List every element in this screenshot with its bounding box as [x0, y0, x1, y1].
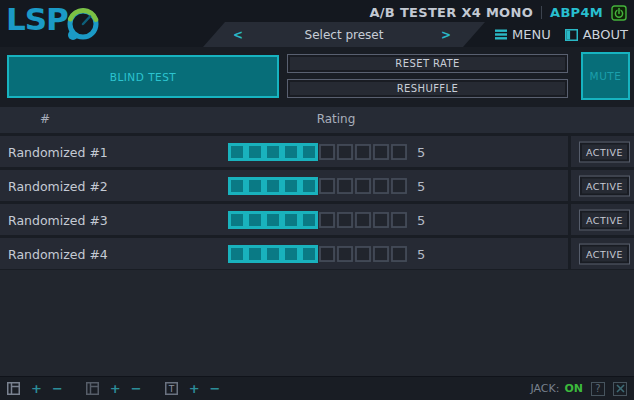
rating-segment[interactable] — [228, 211, 246, 229]
rating-segment[interactable] — [319, 246, 335, 262]
rating-value: 5 — [417, 246, 425, 261]
font-down-button[interactable]: − — [207, 381, 224, 396]
rating-segment[interactable] — [282, 143, 300, 161]
rating-segment[interactable] — [391, 212, 407, 228]
table-row: Randomized #3 5 ACTIVE — [0, 204, 634, 235]
rating-bar[interactable] — [228, 245, 408, 263]
active-button[interactable]: ACTIVE — [579, 141, 630, 162]
menu-label: MENU — [512, 27, 551, 42]
rating-segment[interactable] — [319, 212, 335, 228]
rating-segment[interactable] — [300, 177, 318, 195]
active-button[interactable]: ACTIVE — [579, 209, 630, 230]
rating-segment[interactable] — [300, 143, 318, 161]
table-row: Randomized #1 5 ACTIVE — [0, 136, 634, 167]
rating-segment[interactable] — [373, 212, 389, 228]
about-icon — [565, 29, 578, 41]
column-divider — [568, 136, 571, 167]
font-scale-control: T + − — [165, 381, 224, 396]
rating-bar[interactable] — [228, 211, 408, 229]
rating-segment[interactable] — [246, 245, 264, 263]
preset-prev-button[interactable]: < — [233, 28, 243, 42]
mute-button[interactable]: MUTE — [581, 52, 630, 100]
rating-segment[interactable] — [337, 246, 353, 262]
preset-next-button[interactable]: > — [441, 28, 451, 42]
rating-segment[interactable] — [355, 246, 371, 262]
jack-label: JACK: — [530, 382, 559, 395]
active-button[interactable]: ACTIVE — [579, 175, 630, 196]
top-bar: LSP A/B TESTER X4 MONO ABP4M < Select pr… — [0, 0, 634, 47]
window-zoom-control: + − — [86, 381, 145, 396]
rating-segment[interactable] — [391, 144, 407, 160]
reset-rate-button[interactable]: RESET RATE — [287, 54, 568, 73]
help-button[interactable]: ? — [591, 382, 605, 396]
statusbar-right: JACK: ON ? — [530, 382, 627, 396]
active-button[interactable]: ACTIVE — [579, 243, 630, 264]
rating-segment[interactable] — [337, 178, 353, 194]
rating-value: 5 — [417, 178, 425, 193]
rating-segment[interactable] — [391, 246, 407, 262]
blind-test-button[interactable]: BLIND TEST — [7, 55, 279, 98]
rating-bar[interactable] — [228, 143, 408, 161]
table-row: Randomized #2 5 ACTIVE — [0, 170, 634, 201]
scale-down-button[interactable]: − — [49, 381, 66, 396]
menu-about-bar: MENU ABOUT — [495, 22, 628, 47]
rating-segment[interactable] — [355, 178, 371, 194]
table-row: Randomized #4 5 ACTIVE — [0, 238, 634, 269]
preset-selector: < Select preset > — [203, 22, 485, 47]
title-separator — [541, 6, 542, 19]
rating-segment[interactable] — [319, 178, 335, 194]
plugin-title: A/B TESTER X4 MONO — [369, 5, 533, 20]
hamburger-icon — [495, 29, 507, 40]
reshuffle-button[interactable]: RESHUFFLE — [287, 79, 568, 98]
menu-button[interactable]: MENU — [495, 27, 551, 42]
rating-segment[interactable] — [373, 178, 389, 194]
rating-segment[interactable] — [264, 177, 282, 195]
rating-segment[interactable] — [246, 177, 264, 195]
plugin-window: LSP A/B TESTER X4 MONO ABP4M < Select pr… — [0, 0, 634, 400]
table-header: # Rating — [0, 107, 634, 133]
status-bar: + − + − T + − JA — [0, 376, 634, 400]
rating-segment[interactable] — [246, 211, 264, 229]
font-up-button[interactable]: + — [186, 381, 203, 396]
rating-segment[interactable] — [300, 245, 318, 263]
zoom-out-button[interactable]: − — [128, 381, 145, 396]
column-header-index: # — [40, 112, 50, 126]
window-scale-icon — [7, 382, 20, 395]
about-button[interactable]: ABOUT — [565, 27, 628, 42]
rating-segment[interactable] — [355, 144, 371, 160]
rating-segment[interactable] — [337, 144, 353, 160]
rating-segment[interactable] — [228, 143, 246, 161]
rating-segment[interactable] — [228, 245, 246, 263]
instance-label: Randomized #3 — [8, 212, 108, 227]
rating-segment[interactable] — [264, 143, 282, 161]
rating-segment[interactable] — [373, 144, 389, 160]
rating-segment[interactable] — [282, 177, 300, 195]
rating-segment[interactable] — [228, 177, 246, 195]
window-scale-control: + − — [7, 381, 66, 396]
rating-segment[interactable] — [246, 143, 264, 161]
column-header-rating: Rating — [300, 112, 372, 126]
rating-segment[interactable] — [264, 245, 282, 263]
font-scale-icon: T — [165, 382, 178, 395]
scale-up-button[interactable]: + — [28, 381, 45, 396]
rating-value: 5 — [417, 144, 425, 159]
rating-bar[interactable] — [228, 177, 408, 195]
resize-icon[interactable] — [613, 382, 627, 396]
title-line: A/B TESTER X4 MONO ABP4M — [369, 4, 627, 21]
plugin-id: ABP4M — [550, 5, 603, 20]
svg-text:T: T — [167, 384, 174, 394]
zoom-in-button[interactable]: + — [107, 381, 124, 396]
rating-segment[interactable] — [282, 245, 300, 263]
rating-segment[interactable] — [282, 211, 300, 229]
rating-segment[interactable] — [391, 178, 407, 194]
lsp-logo: LSP — [6, 1, 68, 37]
rating-segment[interactable] — [337, 212, 353, 228]
rating-segment[interactable] — [264, 211, 282, 229]
gauge-icon — [61, 3, 103, 45]
rating-segment[interactable] — [319, 144, 335, 160]
rating-segment[interactable] — [373, 246, 389, 262]
power-icon[interactable] — [611, 5, 627, 21]
rating-segment[interactable] — [355, 212, 371, 228]
preset-name[interactable]: Select preset — [305, 28, 384, 42]
rating-segment[interactable] — [300, 211, 318, 229]
